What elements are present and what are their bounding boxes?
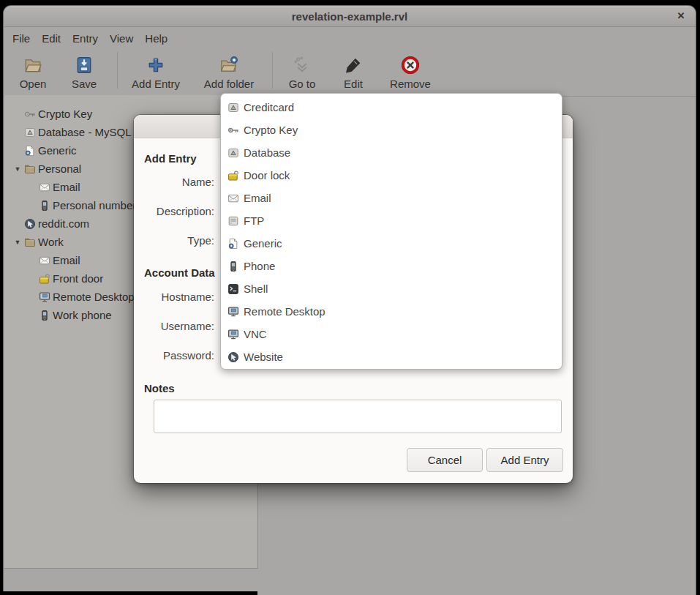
add-entry-icon	[146, 56, 165, 75]
email-icon	[39, 182, 50, 193]
email-icon	[39, 255, 50, 266]
generic-icon	[24, 145, 36, 157]
folder-icon	[24, 163, 36, 175]
globe-icon	[24, 218, 36, 230]
phone-icon	[39, 200, 50, 212]
card-icon	[227, 102, 239, 113]
type-option-shell[interactable]: Shell	[221, 277, 562, 300]
toolbar-remove-button[interactable]: Remove	[379, 52, 442, 93]
notes-input[interactable]	[154, 400, 562, 433]
monitor-icon	[227, 329, 239, 340]
menu-file[interactable]: File	[7, 29, 36, 48]
window-title: revelation-example.rvl	[292, 10, 407, 23]
expander-icon[interactable]: ▼	[13, 165, 22, 173]
menu-help[interactable]: Help	[139, 29, 173, 48]
type-option-ftp[interactable]: FTP	[221, 209, 562, 232]
menu-entry[interactable]: Entry	[67, 29, 104, 48]
type-dropdown-popup: Creditcard Crypto Key Database Door lock…	[220, 93, 562, 370]
type-option-database[interactable]: Database	[221, 141, 562, 164]
monitor-icon	[227, 306, 239, 318]
globe-icon	[227, 351, 239, 363]
add-folder-icon	[219, 56, 238, 75]
ftp-icon	[227, 215, 239, 227]
remove-icon	[401, 56, 420, 75]
screen-edge	[0, 591, 257, 595]
cancel-button[interactable]: Cancel	[407, 448, 483, 472]
menu-edit[interactable]: Edit	[36, 29, 67, 48]
type-field-label: Type:	[134, 235, 214, 247]
close-icon[interactable]: ✕	[674, 9, 688, 23]
card-icon	[24, 127, 36, 138]
toolbar-open-button[interactable]: Open	[10, 52, 56, 93]
account-data-section-title: Account Data	[144, 267, 215, 279]
email-icon	[227, 192, 239, 204]
type-option-phone[interactable]: Phone	[221, 255, 562, 277]
toolbar-goto-button[interactable]: Go to	[276, 52, 328, 93]
type-option-crypto-key[interactable]: Crypto Key	[221, 119, 562, 141]
doorlock-icon	[39, 273, 50, 285]
username-field-label: Username:	[134, 321, 214, 332]
type-option-remote-desktop[interactable]: Remote Desktop	[221, 300, 562, 323]
password-field-label: Password:	[134, 350, 214, 362]
toolbar: Open Save Add Entry Add folder Go to	[4, 50, 696, 97]
generic-icon	[227, 238, 239, 250]
expander-icon[interactable]: ▼	[13, 239, 22, 246]
add-entry-button[interactable]: Add Entry	[486, 448, 563, 472]
name-field-label: Name:	[134, 176, 214, 188]
type-option-creditcard[interactable]: Creditcard	[221, 96, 562, 119]
entry-section-title: Add Entry	[144, 153, 197, 165]
menubar: File Edit Entry View Help	[4, 27, 696, 50]
folder-icon	[24, 236, 36, 248]
shell-icon	[227, 283, 239, 295]
description-field-label: Description:	[134, 206, 214, 217]
doorlock-icon	[227, 170, 239, 182]
goto-icon	[293, 56, 312, 75]
key-icon	[227, 124, 239, 136]
key-icon	[24, 108, 36, 120]
menu-view[interactable]: View	[104, 29, 139, 48]
toolbar-save-button[interactable]: Save	[61, 52, 108, 93]
phone-icon	[39, 310, 50, 321]
card-icon	[227, 147, 239, 159]
type-option-generic[interactable]: Generic	[221, 232, 562, 255]
toolbar-add-entry-button[interactable]: Add Entry	[123, 52, 189, 93]
monitor-icon	[39, 291, 50, 303]
toolbar-add-folder-button[interactable]: Add folder	[192, 52, 266, 93]
notes-section-title: Notes	[144, 383, 175, 394]
phone-icon	[227, 261, 239, 272]
toolbar-edit-button[interactable]: Edit	[331, 52, 375, 93]
screenshot-root: revelation-example.rvl ✕ File Edit Entry…	[0, 0, 700, 595]
type-option-vnc[interactable]: VNC	[221, 323, 562, 345]
toolbar-separator	[117, 52, 118, 89]
type-option-door-lock[interactable]: Door lock	[221, 164, 562, 187]
type-option-website[interactable]: Website	[221, 345, 562, 368]
type-option-email[interactable]: Email	[221, 187, 562, 209]
open-icon	[23, 56, 42, 75]
save-icon	[75, 56, 94, 75]
titlebar[interactable]: revelation-example.rvl ✕	[4, 6, 696, 27]
toolbar-separator	[272, 52, 273, 89]
edit-icon	[344, 56, 363, 75]
hostname-field-label: Hostname:	[134, 291, 214, 303]
